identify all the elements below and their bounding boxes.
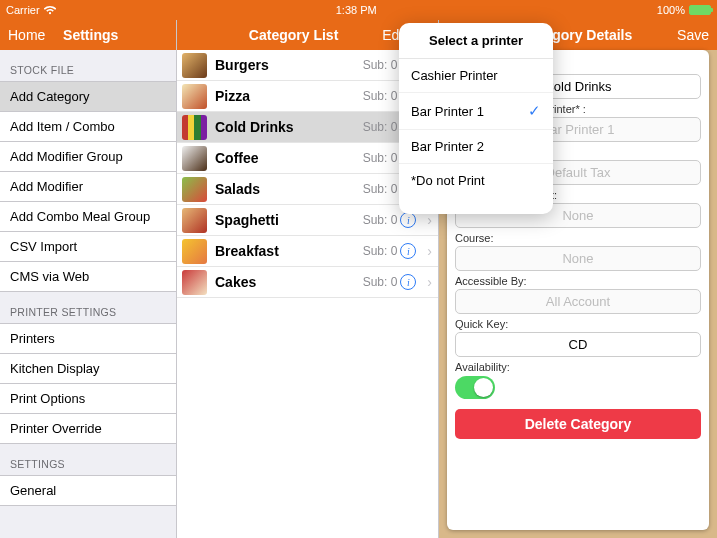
access-field[interactable]: All Account (455, 289, 701, 314)
sidebar-item[interactable]: Add Modifier Group (0, 142, 176, 172)
category-row[interactable]: CakesSub: 0i› (177, 267, 438, 298)
info-icon[interactable]: i (400, 212, 416, 228)
sidebar-item[interactable]: Printers (0, 324, 176, 354)
category-name: Coffee (215, 150, 355, 166)
category-thumb (182, 239, 207, 264)
sidebar-item[interactable]: Add Modifier (0, 172, 176, 202)
printer-popover: Select a printer Cashier PrinterBar Prin… (399, 23, 553, 214)
chevron-right-icon: › (424, 274, 432, 290)
section-header: PRINTER SETTINGS (0, 292, 176, 324)
info-icon[interactable]: i (400, 274, 416, 290)
category-sub: Sub: 0i (363, 243, 417, 259)
chevron-right-icon: › (424, 243, 432, 259)
battery-percent: 100% (657, 4, 685, 16)
sidebar-item[interactable]: Add Item / Combo (0, 112, 176, 142)
quickkey-field[interactable]: CD (455, 332, 701, 357)
clock-label: 1:38 PM (336, 4, 377, 16)
category-sub: Sub: 0i (363, 212, 417, 228)
sidebar-item[interactable]: Kitchen Display (0, 354, 176, 384)
sidebar-item[interactable]: Add Combo Meal Group (0, 202, 176, 232)
category-thumb (182, 84, 207, 109)
availability-toggle[interactable] (455, 376, 495, 399)
category-thumb (182, 115, 207, 140)
carrier-label: Carrier (6, 4, 40, 16)
category-list-title: Category List (249, 27, 338, 43)
category-thumb (182, 177, 207, 202)
category-sub: Sub: 0i (363, 274, 417, 290)
info-icon[interactable]: i (400, 243, 416, 259)
access-label: Accessible By: (455, 275, 701, 287)
category-name: Burgers (215, 57, 355, 73)
availability-label: Availability: (455, 361, 701, 373)
sidebar-title: Settings (63, 27, 118, 43)
check-icon: ✓ (528, 102, 541, 120)
category-name: Salads (215, 181, 355, 197)
course-field[interactable]: None (455, 246, 701, 271)
sidebar-item[interactable]: Add Category (0, 82, 176, 112)
category-name: Breakfast (215, 243, 355, 259)
category-thumb (182, 146, 207, 171)
sidebar-item[interactable]: CSV Import (0, 232, 176, 262)
wifi-icon (44, 3, 56, 17)
section-header: SETTINGS (0, 444, 176, 476)
category-row[interactable]: SpaghettiSub: 0i› (177, 205, 438, 236)
quickkey-label: Quick Key: (455, 318, 701, 330)
category-thumb (182, 208, 207, 233)
sidebar-nav: Home Settings (0, 20, 176, 50)
sidebar-item[interactable]: General (0, 476, 176, 506)
sidebar-item[interactable]: CMS via Web (0, 262, 176, 292)
sidebar: Home Settings STOCK FILEAdd CategoryAdd … (0, 20, 177, 538)
printer-option[interactable]: *Do not Print (399, 164, 553, 214)
sidebar-item[interactable]: Print Options (0, 384, 176, 414)
category-thumb (182, 270, 207, 295)
category-name: Cakes (215, 274, 355, 290)
save-button[interactable]: Save (677, 27, 709, 43)
battery-icon (689, 5, 711, 15)
printer-option[interactable]: Cashier Printer (399, 59, 553, 93)
popover-title: Select a printer (399, 23, 553, 59)
course-label: Course: (455, 232, 701, 244)
category-name: Spaghetti (215, 212, 355, 228)
category-name: Cold Drinks (215, 119, 355, 135)
category-thumb (182, 53, 207, 78)
printer-option[interactable]: Bar Printer 2 (399, 130, 553, 164)
category-name: Pizza (215, 88, 355, 104)
category-row[interactable]: BreakfastSub: 0i› (177, 236, 438, 267)
home-button[interactable]: Home (8, 27, 45, 43)
status-bar: Carrier 1:38 PM 100% (0, 0, 717, 20)
section-header: STOCK FILE (0, 50, 176, 82)
delete-category-button[interactable]: Delete Category (455, 409, 701, 439)
chevron-right-icon: › (424, 212, 432, 228)
printer-option[interactable]: Bar Printer 1✓ (399, 93, 553, 130)
sidebar-item[interactable]: Printer Override (0, 414, 176, 444)
